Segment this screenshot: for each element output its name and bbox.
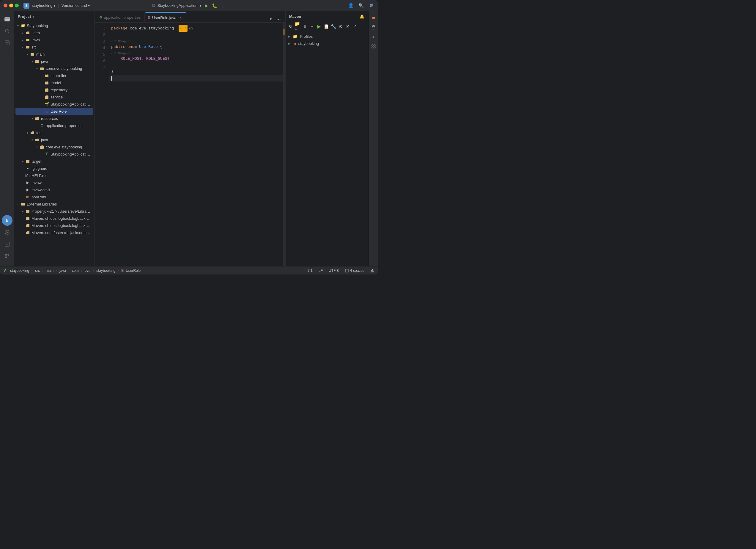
minimize-button[interactable] [9, 4, 13, 7]
activity-search-icon[interactable] [2, 26, 12, 36]
tree-item-.gitignore[interactable]: ●.gitignore [15, 165, 93, 172]
maven-staybooking-item[interactable]: ▶ m staybooking [286, 40, 368, 47]
maven-plugin-icon[interactable]: 🔧 [330, 23, 337, 30]
activity-avatar-icon[interactable]: E [2, 215, 12, 226]
tree-item-com.eve.staybooking-test[interactable]: ▾ com.eve.staybooking [15, 143, 93, 150]
breadcrumb-staybooking[interactable]: staybooking [9, 267, 30, 274]
maven-cancel-icon[interactable]: ⊗ [337, 23, 344, 30]
sidebar-dropdown-icon[interactable]: ▾ [32, 15, 34, 19]
maven-add-icon[interactable]: 📁+ [294, 23, 301, 30]
debug-button[interactable]: 🐛 [212, 2, 218, 9]
maven-notifications-icon[interactable]: 🔔 [359, 14, 365, 20]
maven-tree: ▶ 📁 Profiles ▶ m staybooking [286, 31, 368, 266]
tree-item-src[interactable]: ▾ src [15, 43, 93, 51]
svg-line-4 [8, 32, 9, 33]
tree-item-mvnw.cmd[interactable]: ▶mvnw.cmd [15, 186, 93, 193]
tree-item-repository[interactable]: repository [15, 86, 93, 93]
tree-item-java[interactable]: ▾ java [15, 58, 93, 65]
tree-item-external-libraries[interactable]: ▾ External Libraries [15, 200, 93, 207]
indent-item[interactable]: 4 spaces [344, 267, 366, 274]
encoding-item[interactable]: UTF-8 [327, 267, 340, 274]
maven-plus-icon[interactable]: + [309, 23, 315, 30]
tree-item-controller[interactable]: controller [15, 72, 93, 79]
svg-rect-18 [45, 89, 48, 92]
tree-item-jackson-core[interactable]: Maven: com.fasterxml.jackson.core:jackso… [15, 229, 93, 236]
activity-info-icon[interactable] [2, 239, 12, 249]
code-line-4: ROLE_HOST , ROLE_GUEST [109, 55, 283, 62]
tree-item-test[interactable]: ▾ test [15, 129, 93, 136]
tree-item-staybooking-root[interactable]: ▾📁Staybooking [15, 22, 93, 29]
maven-profiles-item[interactable]: ▶ 📁 Profiles [286, 33, 368, 40]
tab-application-properties[interactable]: ⚙ application.properties [96, 12, 144, 22]
more-run-button[interactable]: ⋮ [220, 2, 226, 9]
maven-close-icon[interactable]: ✕ [344, 23, 351, 30]
breadcrumb-com[interactable]: com [71, 267, 80, 274]
breadcrumb-src[interactable]: src [34, 267, 41, 274]
tree-item-StaybookingApplication[interactable]: 🌱StaybookingApplication [15, 100, 93, 108]
activity-layout-icon[interactable] [2, 37, 12, 48]
version-control-button[interactable]: Version control ▾ [62, 3, 90, 8]
breadcrumb-userrole[interactable]: E UserRole [120, 267, 142, 274]
code-area[interactable]: package com.eve.staybooking; ⚠ 1 ∧ ∨ no … [109, 23, 283, 266]
scroll-indicator[interactable] [283, 23, 285, 266]
project-icon: S [23, 3, 29, 9]
tab-close-button[interactable]: ✕ [178, 15, 183, 20]
tab-more-icon[interactable]: ⋯ [275, 16, 282, 22]
project-name[interactable]: staybooking ▾ [32, 3, 56, 8]
tree-item-idea[interactable]: ▸ .idea [15, 29, 93, 36]
activity-run-icon[interactable] [2, 227, 12, 237]
breadcrumb-staybooking2[interactable]: staybooking [95, 267, 116, 274]
maven-lifecycle-icon[interactable]: 📋 [323, 23, 330, 30]
warning-nav-up[interactable]: ∧ [189, 25, 191, 32]
close-button[interactable] [4, 4, 7, 7]
activity-git-icon[interactable] [2, 251, 12, 261]
tree-item-model[interactable]: model [15, 79, 93, 86]
maven-toolbar: ↻ 📁+ ⬇ + ▶ 📋 🔧 ⊗ ✕ ↗ [286, 22, 368, 31]
right-database-icon[interactable] [369, 23, 378, 32]
account-icon[interactable]: 👤 [348, 2, 354, 9]
maven-refresh-icon[interactable]: ↻ [287, 23, 294, 30]
right-maven-icon[interactable]: m [369, 14, 378, 22]
project-dropdown-icon[interactable]: ▾ [53, 3, 56, 8]
tab-dropdown-icon[interactable]: ▾ [267, 16, 274, 22]
run-config-dropdown-icon[interactable]: ▾ [199, 3, 201, 8]
tree-item-target[interactable]: ▸ target [15, 158, 93, 165]
warning-nav-down[interactable]: ∨ [191, 25, 193, 32]
tree-item-mvnw[interactable]: ▶mvnw [15, 179, 93, 186]
tab-userrole[interactable]: E UserRole.java ✕ [144, 12, 187, 22]
maximize-button[interactable] [15, 4, 19, 7]
right-plugin-icon[interactable] [369, 42, 378, 51]
activity-folder-icon[interactable] [2, 14, 12, 24]
activity-more-icon[interactable]: ··· [2, 49, 12, 60]
tree-item-main[interactable]: ▾ main [15, 51, 93, 58]
tree-item-service[interactable]: service [15, 93, 93, 100]
maven-run-icon[interactable]: ▶ [316, 23, 322, 30]
tree-item-logback-classic[interactable]: Maven: ch.qos.logback:logback-classic:1.… [15, 215, 93, 222]
tree-item-StaybookingApplicationTests[interactable]: TStaybookingApplicationTests [15, 150, 93, 158]
tree-item-openjdk-21[interactable]: ▸ < openjdk-21 > /Users/eve/Library/Java… [15, 207, 93, 215]
settings-icon[interactable]: ⚙ [368, 2, 374, 9]
tree-item-mvn[interactable]: ▸ .mvn [15, 36, 93, 43]
maven-expand-icon[interactable]: ↗ [352, 23, 358, 30]
tree-item-HELP.md[interactable]: M↓HELP.md [15, 172, 93, 179]
search-icon[interactable]: 🔍 [358, 2, 364, 9]
vcs-status-item[interactable]: V [2, 267, 7, 274]
tree-item-application.properties[interactable]: ⚙application.properties [15, 122, 93, 129]
svg-rect-17 [45, 82, 48, 84]
line-ending-item[interactable]: LF [317, 267, 324, 274]
breadcrumb-main[interactable]: main [45, 267, 55, 274]
breadcrumb-java[interactable]: java [58, 267, 67, 274]
tree-item-logback-core[interactable]: Maven: ch.qos.logback:logback-core:1.5.6 [15, 222, 93, 229]
maven-download-icon[interactable]: ⬇ [302, 23, 308, 30]
tree-item-java-test[interactable]: ▾ java [15, 136, 93, 143]
run-button[interactable]: ▶ [203, 2, 210, 9]
tree-item-resources[interactable]: ▾ resources [15, 115, 93, 122]
tree-item-com.eve.staybooking[interactable]: ▾ com.eve.staybooking [15, 65, 93, 72]
cursor-position-item[interactable]: 7:1 [306, 267, 314, 274]
breadcrumb-eve[interactable]: eve [84, 267, 92, 274]
title-bar-center: 🖥 StaybookingApplication ▾ ▶ 🐛 ⋮ [152, 2, 226, 9]
share-icon[interactable] [369, 267, 376, 274]
tree-item-UserRole[interactable]: EUserRole [15, 108, 93, 115]
right-dot-icon[interactable]: ● [369, 33, 378, 41]
tree-item-pom.xml[interactable]: mpom.xml [15, 193, 93, 200]
